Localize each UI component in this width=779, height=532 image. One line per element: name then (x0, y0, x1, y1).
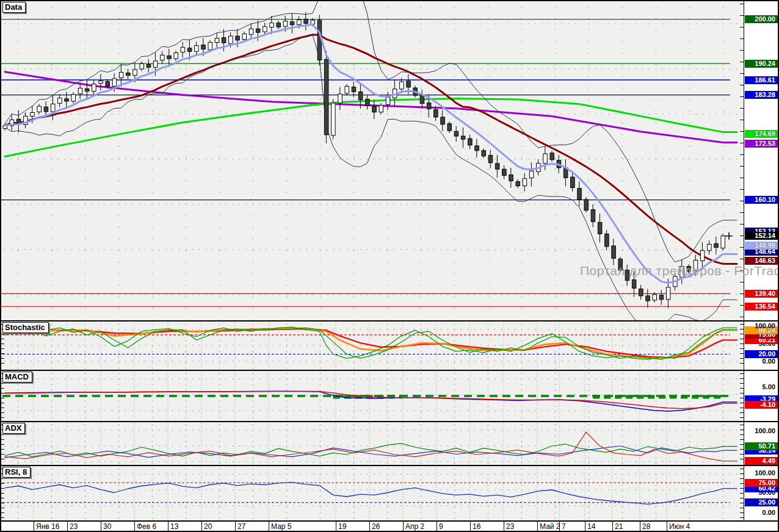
date-label: 21 (615, 522, 623, 531)
macd-panel-title: MACD (5, 372, 29, 381)
date-label: 23 (506, 522, 514, 531)
date-label: Янв 16 (36, 522, 59, 531)
date-label: 19 (338, 522, 346, 531)
axis-line (744, 1, 744, 520)
date-tick (585, 522, 585, 531)
date-tick (168, 522, 168, 531)
watermark: Портал для трейдеров - ForTrader.ru (580, 264, 779, 278)
date-label: Июн 4 (669, 522, 690, 531)
date-tick (537, 522, 538, 531)
date-label: 28 (642, 522, 650, 531)
date-tick (640, 522, 640, 531)
stochastic-panel-title: Stochastic (5, 323, 45, 332)
stochastic-panel-tab[interactable]: Stochastic (2, 322, 49, 333)
macd-chart (1, 371, 744, 421)
date-label: 30 (103, 522, 111, 531)
date-tick (67, 522, 68, 531)
date-tick (559, 522, 560, 531)
date-label: 26 (372, 522, 380, 531)
date-label: 13 (170, 522, 178, 531)
date-label: Фев 6 (137, 522, 156, 531)
date-axis: Янв 162330Фев 6132027Мар 51926Апр 291623… (0, 522, 779, 531)
adx-panel[interactable]: ADX (1, 422, 744, 465)
frame-left (0, 0, 1, 532)
date-label: Мар 5 (271, 522, 292, 531)
date-label: 20 (204, 522, 212, 531)
trading-chart-window: Data Stochastic MACD ADX RSI, 8 200.0019… (0, 0, 779, 532)
adx-chart (1, 422, 744, 465)
price-panel-title: Data (5, 2, 22, 12)
adx-panel-title: ADX (5, 423, 21, 433)
frame-top (0, 0, 779, 1)
date-tick (269, 522, 269, 531)
date-tick (504, 522, 504, 531)
date-label: 27 (237, 522, 245, 531)
date-tick (34, 522, 34, 531)
rsi-panel-title: RSI, 8 (5, 467, 27, 476)
rsi-panel-tab[interactable]: RSI, 8 (2, 467, 31, 478)
date-tick (201, 522, 202, 531)
panel-separator (0, 465, 779, 466)
date-tick (470, 522, 471, 531)
adx-panel-tab[interactable]: ADX (2, 423, 25, 434)
date-label: 7 (562, 522, 566, 531)
macd-panel-tab[interactable]: MACD (2, 372, 32, 383)
rsi-panel[interactable]: RSI, 8 (1, 466, 744, 520)
panel-separator (0, 320, 779, 322)
date-tick (336, 522, 336, 531)
date-tick (134, 522, 135, 531)
date-label: Апр 2 (405, 522, 424, 531)
stochastic-panel[interactable]: Stochastic (1, 322, 744, 370)
rsi-chart (1, 466, 744, 520)
date-tick (403, 522, 404, 531)
date-tick (612, 522, 613, 531)
panel-separator (0, 370, 779, 371)
date-tick (667, 522, 667, 531)
date-label: 14 (587, 522, 595, 531)
panel-separator (0, 421, 779, 422)
macd-panel[interactable]: MACD (1, 371, 744, 421)
date-label: 16 (473, 522, 480, 531)
stochastic-chart (1, 322, 744, 370)
price-axis-gutter (744, 1, 778, 520)
date-tick (437, 522, 437, 531)
date-label: 9 (439, 522, 443, 531)
price-panel-tab[interactable]: Data (2, 2, 26, 13)
date-tick (235, 522, 236, 531)
date-label: 23 (70, 522, 78, 531)
date-tick (369, 522, 370, 531)
date-tick (101, 522, 101, 531)
date-label: Май 2 (540, 522, 560, 531)
